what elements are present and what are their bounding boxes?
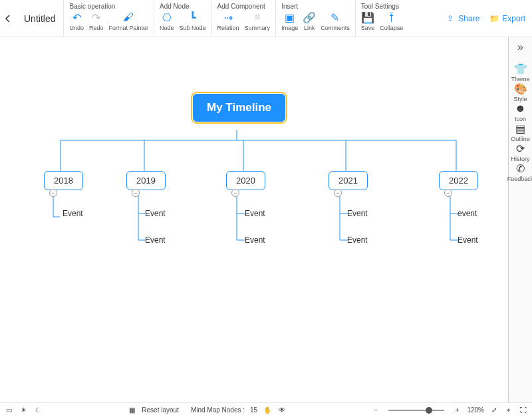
toolbar-right: ⇪ Share 📁 Export [445, 0, 532, 37]
collapse-icon: ⭱ [386, 11, 398, 23]
icon-button[interactable]: ☻Icon [507, 102, 532, 122]
summary-button: ≡Summary [245, 11, 271, 31]
fullscreen-icon[interactable]: ⛶ [519, 406, 528, 415]
year-node[interactable]: 2019 [126, 171, 166, 190]
theme-icon: 👕 [515, 63, 527, 74]
item-label: Redo [89, 25, 104, 31]
group-title: Basic operation [69, 3, 148, 10]
item-label: Undo [69, 25, 84, 31]
leaf-node[interactable]: Event [63, 209, 83, 218]
share-button[interactable]: ⇪ Share [445, 13, 479, 24]
toolbar: Untitled Basic operation↶Undo↷Redo🖌Forma… [0, 0, 532, 37]
share-icon: ⇪ [445, 13, 456, 24]
back-button[interactable] [0, 0, 16, 37]
outline-icon: ▤ [515, 122, 527, 134]
collapse-toggle[interactable]: − [444, 189, 452, 197]
icon-icon: ☻ [515, 102, 527, 114]
item-label: Sub Node [180, 25, 206, 31]
dark-icon[interactable]: ☾ [33, 406, 43, 415]
summary-icon: ≡ [251, 11, 263, 23]
relation-icon: ⇢ [222, 11, 234, 23]
year-node[interactable]: 2020 [226, 171, 265, 190]
leaf-node[interactable]: event [458, 209, 477, 218]
style-button[interactable]: 🎨Style [507, 82, 532, 102]
feedback-icon: ✆ [515, 162, 527, 174]
format-painter-icon: 🖌 [122, 11, 134, 23]
item-label: Image [281, 25, 298, 31]
redo-icon: ↷ [90, 11, 102, 23]
add-subnode-icon: ┗ [187, 11, 199, 23]
item-label: Comments [321, 25, 350, 31]
zoom-value: 120% [467, 406, 484, 414]
center-icon[interactable]: ⌖ [504, 406, 513, 415]
zoom-in-button[interactable]: + [452, 406, 462, 415]
hand-icon[interactable]: ✋ [263, 406, 272, 415]
canvas[interactable]: My Timeline 2018−Event2019−EventEvent202… [0, 37, 508, 402]
leaf-node[interactable]: Event [245, 209, 265, 218]
group-title: Add Node [160, 3, 206, 10]
leaf-node[interactable]: Event [347, 235, 368, 245]
item-label: Relation [217, 25, 239, 31]
leaf-node[interactable]: Event [458, 235, 478, 245]
present-icon[interactable]: ▭ [4, 406, 13, 415]
export-button[interactable]: 📁 Export [489, 13, 525, 24]
format-painter-button[interactable]: 🖌Format Painter [109, 11, 149, 31]
toolbar-group: Add Node⎔Node┗Sub Node [154, 0, 211, 37]
item-label: Format Painter [109, 25, 149, 31]
zoom-out-button[interactable]: − [371, 406, 380, 415]
item-label: Summary [245, 25, 271, 31]
nodes-count: 15 [250, 406, 257, 414]
fit-icon[interactable]: ⤢ [489, 406, 499, 415]
collapse-button[interactable]: ⭱Collapse [380, 11, 403, 31]
sp-label: Feedback [507, 176, 532, 182]
feedback-button[interactable]: ✆Feedback [507, 162, 532, 182]
relation-button[interactable]: ⇢Relation [217, 11, 239, 31]
year-node[interactable]: 2022 [439, 171, 478, 190]
comments-button[interactable]: ✎Comments [321, 11, 350, 31]
collapse-toggle[interactable]: − [231, 189, 239, 197]
collapse-toggle[interactable]: − [49, 189, 57, 197]
add-subnode-button[interactable]: ┗Sub Node [180, 11, 206, 31]
root-node[interactable]: My Timeline [193, 94, 285, 122]
redo-button: ↷Redo [89, 11, 104, 31]
export-icon: 📁 [489, 13, 499, 24]
link-button[interactable]: 🔗Link [303, 11, 315, 31]
sp-label: Style [513, 96, 527, 102]
theme-button[interactable]: 👕Theme [507, 63, 532, 82]
eye-icon[interactable]: 👁 [277, 406, 287, 415]
leaf-node[interactable]: Event [245, 235, 265, 245]
save-button[interactable]: 💾Save [361, 11, 375, 31]
group-title: Insert [281, 3, 350, 10]
reset-layout-button[interactable]: Reset layout [142, 406, 179, 414]
leaf-node[interactable]: Event [145, 235, 166, 245]
sp-label: History [511, 156, 529, 162]
image-icon: ▣ [284, 11, 296, 23]
toolbar-group: Insert▣Image🔗Link✎Comments [275, 0, 355, 37]
panel-collapse-icon[interactable]: » [517, 41, 523, 53]
item-label: Link [304, 25, 315, 31]
year-node[interactable]: 2021 [329, 171, 368, 190]
bright-icon[interactable]: ☀ [19, 406, 28, 415]
collapse-toggle[interactable]: − [334, 189, 342, 197]
toolbar-group: Tool Settings💾Save⭱Collapse [355, 0, 409, 37]
history-button[interactable]: ⟳History [507, 142, 532, 162]
history-icon: ⟳ [515, 142, 527, 154]
leaf-node[interactable]: Event [145, 209, 166, 218]
undo-button[interactable]: ↶Undo [69, 11, 84, 31]
collapse-toggle[interactable]: − [132, 189, 140, 197]
layout-icon[interactable]: ▦ [127, 406, 136, 415]
zoom-slider[interactable] [388, 410, 444, 411]
sp-label: Outline [511, 136, 530, 142]
bottom-bar: ▭ ☀ ☾ ▦ Reset layout Mind Map Nodes : 15… [0, 402, 532, 417]
undo-icon: ↶ [70, 11, 82, 23]
group-title: Tool Settings [361, 3, 404, 10]
outline-button[interactable]: ▤Outline [507, 122, 532, 142]
image-button[interactable]: ▣Image [281, 11, 298, 31]
year-node[interactable]: 2018 [44, 171, 83, 190]
add-node-icon: ⎔ [161, 11, 173, 23]
leaf-node[interactable]: Event [347, 209, 368, 218]
link-icon: 🔗 [303, 11, 315, 23]
add-node-button[interactable]: ⎔Node [160, 11, 174, 31]
item-label: Collapse [380, 25, 403, 31]
document-title[interactable]: Untitled [16, 0, 63, 37]
